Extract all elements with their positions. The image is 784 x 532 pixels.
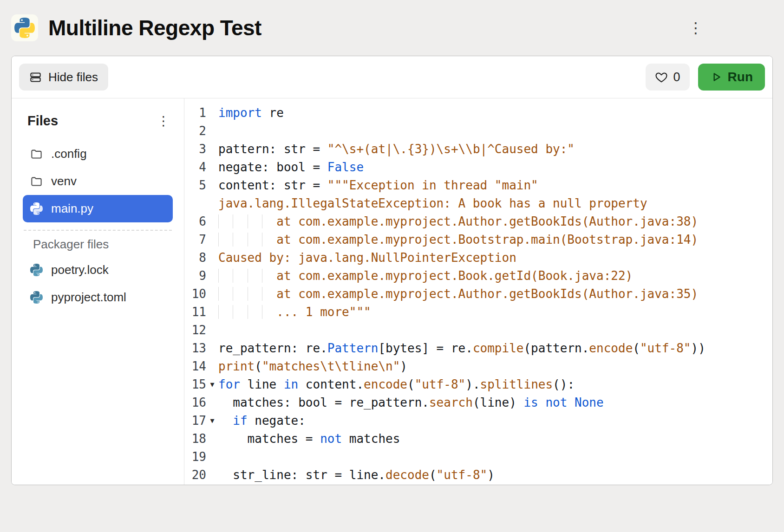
line-number: 8 <box>185 249 206 267</box>
sidebar-item-label: pyproject.toml <box>51 290 126 305</box>
fold-spacer <box>206 357 218 376</box>
sidebar-item-main-py[interactable]: main.py <box>23 195 173 222</box>
code-line[interactable]: 20 str_line: str = line.decode("utf-8") <box>185 466 772 484</box>
code-text: Caused by: java.lang.NullPointerExceptio… <box>218 249 516 267</box>
code-text: print("matches\t\tline\n") <box>218 357 407 376</box>
sidebar-item-venv[interactable]: venv <box>23 168 173 195</box>
code-line[interactable]: 11 ... 1 more""" <box>185 303 772 321</box>
code-line[interactable]: 3pattern: str = "^\s+(at|\.{3})\s+\\b|^C… <box>185 140 772 158</box>
code-text: at com.example.myproject.Bootstrap.main(… <box>218 231 698 249</box>
sidebar-item-poetry-lock[interactable]: poetry.lock <box>23 256 173 284</box>
code-line[interactable]: 8Caused by: java.lang.NullPointerExcepti… <box>185 249 772 267</box>
editor-toolbar: Hide files 0 Run <box>12 56 772 98</box>
fold-toggle-icon[interactable]: ▼ <box>206 412 218 430</box>
line-number: 4 <box>185 158 206 176</box>
code-line[interactable]: 4negate: bool = False <box>185 158 772 176</box>
code-editor[interactable]: 1import re23pattern: str = "^\s+(at|\.{3… <box>185 98 772 485</box>
packager-files-label: Packager files <box>23 237 173 252</box>
code-text: if negate: <box>218 412 306 430</box>
likes-button[interactable]: 0 <box>646 64 690 91</box>
fold-spacer <box>206 339 218 357</box>
run-button[interactable]: Run <box>698 64 765 91</box>
code-line[interactable]: 13re_pattern: re.Pattern[bytes] = re.com… <box>185 339 772 357</box>
page-title: Multiline Regexp Test <box>48 15 261 40</box>
python-file-icon <box>30 202 43 215</box>
fold-spacer <box>206 267 218 285</box>
fold-spacer <box>206 158 218 176</box>
run-label: Run <box>728 70 753 84</box>
code-text: negate: bool = False <box>218 158 364 176</box>
line-number: 1 <box>185 104 206 122</box>
code-line[interactable]: 1import re <box>185 104 772 122</box>
code-text: ... 1 more""" <box>218 303 371 321</box>
play-icon <box>710 71 722 83</box>
line-number: 18 <box>185 430 206 448</box>
line-number: 17 <box>185 412 206 430</box>
code-line[interactable]: 12 <box>185 321 772 339</box>
python-file-icon <box>30 264 43 276</box>
line-number: 6 <box>185 213 206 231</box>
line-number: 7 <box>185 231 206 249</box>
sidebar-item-label: .config <box>51 147 87 161</box>
files-kebab-menu-icon[interactable]: ⋮ <box>154 111 173 130</box>
sidebar-item-config[interactable]: .config <box>23 140 173 168</box>
code-line[interactable]: 14print("matches\t\tline\n") <box>185 357 772 376</box>
code-line[interactable]: 7 at com.example.myproject.Bootstrap.mai… <box>185 231 772 249</box>
workspace-panel: Hide files 0 Run Files ⋮ .config <box>11 56 773 485</box>
code-text: java.lang.IllegalStateException: A book … <box>218 195 647 213</box>
code-line[interactable]: 2 <box>185 122 772 140</box>
hide-files-label: Hide files <box>48 70 98 84</box>
line-number: 11 <box>185 303 206 321</box>
heart-icon <box>655 71 668 84</box>
fold-spacer <box>206 448 218 466</box>
code-text: content: str = """Exception in thread "m… <box>218 176 538 195</box>
fold-toggle-icon[interactable]: ▼ <box>206 376 218 394</box>
code-lines: 1import re23pattern: str = "^\s+(at|\.{3… <box>185 104 772 484</box>
line-number: 20 <box>185 466 206 484</box>
files-icon <box>29 71 42 84</box>
code-line[interactable]: 9 at com.example.myproject.Book.getId(Bo… <box>185 267 772 285</box>
code-line[interactable]: 6 at com.example.myproject.Author.getBoo… <box>185 213 772 231</box>
line-number: 10 <box>185 285 206 303</box>
code-text: at com.example.myproject.Book.getId(Book… <box>218 267 633 285</box>
code-text: at com.example.myproject.Author.getBookI… <box>218 285 698 303</box>
fold-spacer <box>206 195 218 213</box>
python-logo-icon <box>11 14 38 41</box>
fold-spacer <box>206 303 218 321</box>
code-text: import re <box>218 104 284 122</box>
python-file-icon <box>30 291 43 304</box>
fold-spacer <box>206 140 218 158</box>
code-line[interactable]: java.lang.IllegalStateException: A book … <box>185 195 772 213</box>
fold-spacer <box>206 122 218 140</box>
sidebar-item-label: main.py <box>51 201 93 216</box>
line-number: 2 <box>185 122 206 140</box>
code-line[interactable]: 10 at com.example.myproject.Author.getBo… <box>185 285 772 303</box>
code-line[interactable]: 18 matches = not matches <box>185 430 772 448</box>
app-header: Multiline Regexp Test ⋮ <box>0 0 784 56</box>
line-number: 16 <box>185 394 206 412</box>
sidebar-item-pyproject-toml[interactable]: pyproject.toml <box>23 284 173 311</box>
code-text: matches: bool = re_pattern.search(line) … <box>218 394 604 412</box>
fold-spacer <box>206 285 218 303</box>
line-number: 5 <box>185 176 206 195</box>
line-number: 19 <box>185 448 206 466</box>
header-kebab-menu-icon[interactable]: ⋮ <box>685 17 707 39</box>
hide-files-button[interactable]: Hide files <box>19 64 108 91</box>
code-text: str_line: str = line.decode("utf-8") <box>218 466 495 484</box>
code-line[interactable]: 19 <box>185 448 772 466</box>
sidebar-item-label: venv <box>51 174 77 188</box>
fold-spacer <box>206 430 218 448</box>
line-number: 12 <box>185 321 206 339</box>
code-line[interactable]: 16 matches: bool = re_pattern.search(lin… <box>185 394 772 412</box>
code-line[interactable]: 17▼ if negate: <box>185 412 772 430</box>
code-line[interactable]: 5content: str = """Exception in thread "… <box>185 176 772 195</box>
likes-count: 0 <box>673 70 680 84</box>
line-number: 14 <box>185 357 206 376</box>
code-text: pattern: str = "^\s+(at|\.{3})\s+\\b|^Ca… <box>218 140 575 158</box>
code-line[interactable]: 15▼for line in content.encode("utf-8").s… <box>185 376 772 394</box>
code-text: at com.example.myproject.Author.getBookI… <box>218 213 698 231</box>
line-number: 3 <box>185 140 206 158</box>
code-text: re_pattern: re.Pattern[bytes] = re.compi… <box>218 339 706 357</box>
files-sidebar: Files ⋮ .config venv main.py Packager fi… <box>12 98 184 485</box>
sidebar-divider <box>24 230 172 231</box>
